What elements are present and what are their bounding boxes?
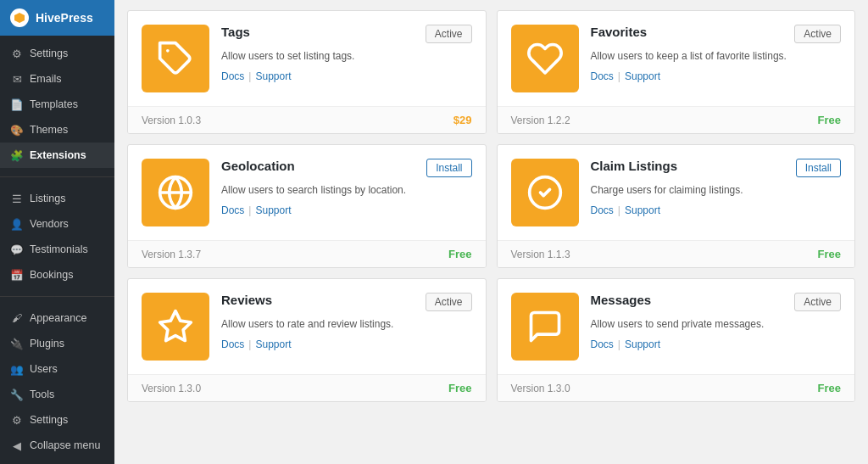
tags-footer: Version 1.0.3 $29 [128, 106, 486, 133]
sidebar-item-settings[interactable]: ⚙ Settings [0, 41, 114, 66]
sidebar-label-themes: Themes [30, 124, 68, 136]
geolocation-docs-link[interactable]: Docs [221, 204, 244, 216]
sidebar-item-vendors[interactable]: 👤 Vendors [0, 211, 114, 237]
extension-card-messages: Messages Active Allow users to send priv… [497, 278, 856, 402]
sidebar-item-emails[interactable]: ✉ Emails [0, 66, 114, 92]
ext-card-top-geolocation: Geolocation Install Allow users to searc… [128, 145, 486, 240]
messages-link-sep: | [618, 338, 620, 350]
sidebar-label-tools: Tools [30, 389, 54, 400]
sidebar-label-listings: Listings [30, 193, 65, 204]
claim-listings-support-link[interactable]: Support [625, 204, 660, 216]
sidebar-label-vendors: Vendors [30, 218, 69, 230]
reviews-footer: Version 1.3.0 Free [128, 374, 486, 401]
messages-info: Messages Active Allow users to send priv… [591, 293, 842, 350]
tags-active-button[interactable]: Active [426, 25, 472, 43]
sidebar-item-bookings[interactable]: 📅 Bookings [0, 262, 114, 288]
tags-header: Tags Active [221, 25, 472, 43]
reviews-title: Reviews [221, 293, 272, 307]
sidebar-item-templates[interactable]: 📄 Templates [0, 92, 114, 117]
claim-listings-link-sep: | [618, 204, 620, 216]
tags-link-sep: | [248, 70, 251, 82]
sidebar-label-templates: Templates [30, 98, 78, 110]
users-icon: 👥 [10, 362, 24, 376]
geolocation-links: Docs | Support [221, 204, 472, 216]
tags-info: Tags Active Allow users to set listing t… [221, 25, 472, 82]
favorites-support-link[interactable]: Support [625, 70, 660, 82]
tags-support-link[interactable]: Support [255, 70, 291, 82]
sidebar-item-collapse[interactable]: ◀ Collapse menu [0, 433, 114, 458]
messages-support-link[interactable]: Support [625, 338, 660, 350]
tags-version: Version 1.0.3 [142, 115, 201, 126]
messages-docs-link[interactable]: Docs [591, 338, 614, 350]
geolocation-support-link[interactable]: Support [255, 204, 291, 216]
sidebar-item-extensions[interactable]: 🧩 Extensions [0, 143, 114, 168]
geolocation-price: Free [448, 248, 471, 260]
tags-price: $29 [453, 114, 472, 126]
reviews-support-link[interactable]: Support [255, 338, 291, 350]
favorites-header: Favorites Active [591, 25, 842, 43]
claim-listings-header: Claim Listings Install [591, 159, 842, 177]
messages-title: Messages [591, 293, 652, 307]
extensions-grid: Tags Active Allow users to set listing t… [127, 10, 855, 402]
claim-listings-docs-link[interactable]: Docs [591, 204, 614, 216]
collapse-icon: ◀ [10, 439, 24, 452]
favorites-docs-link[interactable]: Docs [591, 70, 614, 82]
sidebar-logo[interactable]: HivePress [0, 0, 114, 36]
sidebar-item-users[interactable]: 👥 Users [0, 356, 114, 382]
sidebar-item-appearance[interactable]: 🖌 Appearance [0, 305, 114, 331]
claim-listings-info: Claim Listings Install Charge users for … [591, 159, 842, 216]
tools-icon: 🔧 [10, 388, 24, 401]
themes-icon: 🎨 [10, 123, 24, 137]
messages-footer: Version 1.3.0 Free [498, 374, 855, 401]
sidebar-item-wp-settings[interactable]: ⚙ Settings [0, 407, 114, 433]
geolocation-install-button[interactable]: Install [426, 159, 471, 177]
gear-icon: ⚙ [10, 47, 24, 60]
tags-description: Allow users to set listing tags. [221, 48, 472, 64]
sidebar-item-testimonials[interactable]: 💬 Testimonials [0, 237, 114, 262]
extension-card-claim-listings: Claim Listings Install Charge users for … [497, 144, 856, 268]
plugins-icon: 🔌 [10, 337, 24, 350]
geolocation-info: Geolocation Install Allow users to searc… [221, 159, 472, 216]
extension-card-geolocation: Geolocation Install Allow users to searc… [127, 144, 487, 268]
sidebar-item-tools[interactable]: 🔧 Tools [0, 382, 114, 407]
favorites-version: Version 1.2.2 [511, 115, 570, 126]
favorites-active-button[interactable]: Active [794, 25, 841, 43]
sidebar-item-listings[interactable]: ☰ Listings [0, 186, 114, 211]
sidebar-label-appearance: Appearance [30, 312, 86, 324]
messages-active-button[interactable]: Active [794, 293, 841, 311]
reviews-docs-link[interactable]: Docs [221, 338, 244, 350]
sidebar-label-plugins: Plugins [30, 338, 64, 349]
svg-marker-5 [160, 311, 192, 341]
messages-header: Messages Active [591, 293, 842, 311]
main-content: Tags Active Allow users to set listing t… [114, 0, 868, 464]
sidebar-top-section: ⚙ Settings ✉ Emails 📄 Templates 🎨 Themes… [0, 36, 114, 173]
sidebar-item-themes[interactable]: 🎨 Themes [0, 117, 114, 143]
messages-description: Allow users to send private messages. [591, 316, 842, 332]
reviews-version: Version 1.3.0 [142, 383, 201, 394]
sidebar-label-collapse: Collapse menu [30, 439, 100, 451]
sidebar-divider-1 [0, 176, 114, 177]
claim-listings-install-button[interactable]: Install [796, 159, 841, 177]
claim-listings-price: Free [818, 248, 841, 260]
tags-links: Docs | Support [221, 70, 472, 82]
favorites-price: Free [818, 114, 841, 126]
geolocation-link-sep: | [248, 204, 251, 216]
favorites-info: Favorites Active Allow users to keep a l… [591, 25, 842, 82]
vendors-icon: 👤 [10, 217, 24, 231]
sidebar-bottom-section: 🖌 Appearance 🔌 Plugins 👥 Users 🔧 Tools ⚙… [0, 300, 114, 463]
sidebar-item-plugins[interactable]: 🔌 Plugins [0, 331, 114, 356]
sidebar: HivePress ⚙ Settings ✉ Emails 📄 Template… [0, 0, 114, 464]
claim-listings-footer: Version 1.1.3 Free [498, 240, 855, 267]
sidebar-label-emails: Emails [30, 73, 62, 85]
appearance-icon: 🖌 [10, 311, 24, 325]
claim-listings-title: Claim Listings [591, 159, 678, 173]
favorites-footer: Version 1.2.2 Free [498, 106, 855, 133]
claim-listings-description: Charge users for claiming listings. [591, 182, 842, 198]
listings-icon: ☰ [10, 192, 24, 205]
geolocation-icon [142, 159, 209, 226]
tags-docs-link[interactable]: Docs [221, 70, 244, 82]
reviews-active-button[interactable]: Active [426, 293, 472, 311]
reviews-description: Allow users to rate and review listings. [221, 316, 472, 332]
geolocation-footer: Version 1.3.7 Free [128, 240, 486, 267]
sidebar-label-settings: Settings [30, 48, 68, 59]
